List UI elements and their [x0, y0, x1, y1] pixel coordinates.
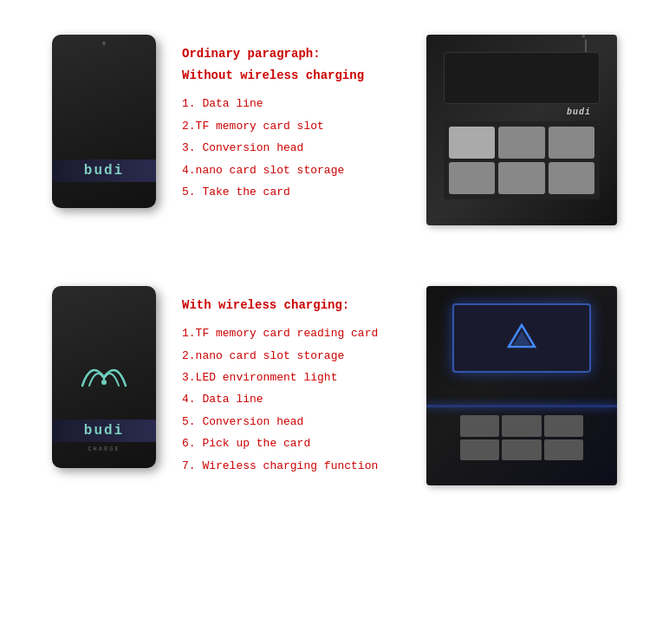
led-light-bar	[426, 405, 617, 407]
bottom-photo-area	[426, 286, 617, 485]
list-item: 4.nano card slot storage	[182, 160, 409, 180]
section-spacer	[0, 243, 669, 269]
photo-lid	[444, 52, 600, 104]
bottom-slot	[544, 439, 583, 461]
charge-label: CHARGE	[88, 446, 120, 452]
accessories-grid	[444, 121, 600, 199]
top-device-image: budi	[52, 35, 156, 208]
list-item: 5. Conversion head	[182, 412, 409, 432]
top-title-line1: Ordinary paragraph:	[182, 47, 321, 61]
top-title-line2: Without wireless charging	[182, 68, 364, 82]
accessory-slot	[498, 127, 544, 159]
bottom-section-text: With wireless charging: 1.TF memory card…	[182, 295, 409, 476]
bottom-slot	[502, 439, 541, 461]
list-item: 3.LED environment light	[182, 368, 409, 387]
bottom-slot	[460, 415, 499, 437]
bottom-title: With wireless charging:	[182, 295, 409, 316]
bottom-feature-list: 1.TF memory card reading card 2.nano car…	[182, 323, 409, 476]
bottom-section: budi CHARGE With wireless charging: 1.TF…	[0, 269, 669, 503]
list-item: 2.nano card slot storage	[182, 346, 409, 366]
wireless-rings-icon	[74, 355, 134, 399]
list-item: 7. Wireless charging function	[182, 456, 409, 476]
bottom-slot	[502, 415, 541, 437]
bottom-slot	[544, 415, 583, 437]
top-product-photo: budi	[426, 35, 617, 225]
svg-point-0	[101, 380, 107, 385]
list-item: 1. Data line	[182, 94, 409, 114]
list-item: 4. Data line	[182, 389, 409, 409]
list-item: 2.TF memory card slot	[182, 116, 409, 136]
photo-bottom-lid	[452, 303, 591, 373]
bottom-slot	[460, 439, 499, 461]
bottom-text-area: With wireless charging: 1.TF memory card…	[173, 286, 409, 478]
top-budi-label: budi	[52, 159, 156, 182]
page-container: budi Ordinary paragraph: Without wireles…	[0, 0, 669, 520]
bottom-device-image: budi CHARGE	[52, 286, 156, 468]
top-photo-area: budi	[426, 35, 617, 225]
top-feature-list: 1. Data line 2.TF memory card slot 3. Co…	[182, 94, 409, 202]
top-section: budi Ordinary paragraph: Without wireles…	[0, 17, 669, 243]
list-item: 5. Take the card	[182, 182, 409, 202]
top-section-text: Ordinary paragraph: Without wireless cha…	[182, 43, 409, 202]
bottom-product-photo	[426, 286, 617, 485]
accessory-slot	[498, 162, 544, 194]
accessory-slot	[549, 127, 594, 159]
list-item: 6. Pick up the card	[182, 433, 409, 453]
list-item: 3. Conversion head	[182, 138, 409, 158]
accessory-slot	[449, 127, 495, 159]
accessory-slot	[449, 162, 495, 194]
list-item: 1.TF memory card reading card	[182, 323, 409, 343]
bottom-accessories-grid	[457, 412, 587, 464]
top-title: Ordinary paragraph: Without wireless cha…	[182, 43, 409, 87]
budi-logo-icon	[504, 321, 539, 355]
bottom-device-area: budi CHARGE	[52, 286, 156, 468]
accessory-slot	[549, 162, 594, 194]
bottom-budi-label: budi	[52, 420, 156, 442]
top-device-area: budi	[52, 35, 156, 208]
top-text-area: Ordinary paragraph: Without wireless cha…	[173, 35, 409, 204]
photo-brand-label: budi	[567, 107, 591, 117]
